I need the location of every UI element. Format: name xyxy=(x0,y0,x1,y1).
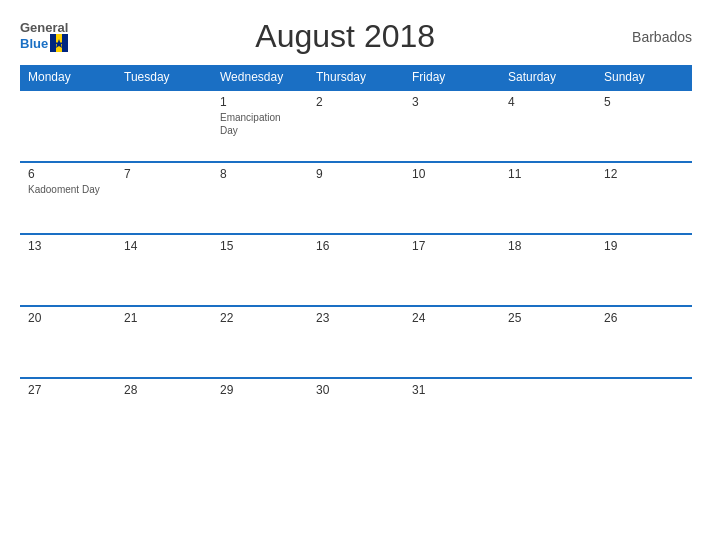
table-row xyxy=(596,378,692,450)
page-header: General Blue August 2018 Barbados xyxy=(20,18,692,55)
day-number: 2 xyxy=(316,95,396,109)
table-row: 13 xyxy=(20,234,116,306)
table-row: 29 xyxy=(212,378,308,450)
table-row: 1Emancipation Day xyxy=(212,90,308,162)
holiday-label: Kadooment Day xyxy=(28,183,108,196)
header-sunday: Sunday xyxy=(596,65,692,90)
day-number: 29 xyxy=(220,383,300,397)
table-row: 28 xyxy=(116,378,212,450)
table-row: 20 xyxy=(20,306,116,378)
day-number: 8 xyxy=(220,167,300,181)
day-number: 27 xyxy=(28,383,108,397)
day-number: 30 xyxy=(316,383,396,397)
country-label: Barbados xyxy=(622,29,692,45)
page-title: August 2018 xyxy=(68,18,622,55)
calendar-table: Monday Tuesday Wednesday Thursday Friday… xyxy=(20,65,692,450)
table-row: 10 xyxy=(404,162,500,234)
day-number: 28 xyxy=(124,383,204,397)
weekday-header-row: Monday Tuesday Wednesday Thursday Friday… xyxy=(20,65,692,90)
header-thursday: Thursday xyxy=(308,65,404,90)
logo: General Blue xyxy=(20,21,68,52)
day-number: 3 xyxy=(412,95,492,109)
table-row xyxy=(500,378,596,450)
table-row: 8 xyxy=(212,162,308,234)
table-row: 26 xyxy=(596,306,692,378)
day-number: 12 xyxy=(604,167,684,181)
day-number: 23 xyxy=(316,311,396,325)
table-row: 16 xyxy=(308,234,404,306)
day-number: 10 xyxy=(412,167,492,181)
holiday-label: Emancipation Day xyxy=(220,111,300,137)
day-number: 5 xyxy=(604,95,684,109)
table-row: 23 xyxy=(308,306,404,378)
day-number: 19 xyxy=(604,239,684,253)
day-number: 4 xyxy=(508,95,588,109)
day-number: 26 xyxy=(604,311,684,325)
header-friday: Friday xyxy=(404,65,500,90)
table-row: 22 xyxy=(212,306,308,378)
table-row: 24 xyxy=(404,306,500,378)
table-row: 27 xyxy=(20,378,116,450)
table-row: 25 xyxy=(500,306,596,378)
table-row: 17 xyxy=(404,234,500,306)
day-number: 6 xyxy=(28,167,108,181)
day-number: 21 xyxy=(124,311,204,325)
calendar-week-row: 6Kadooment Day789101112 xyxy=(20,162,692,234)
calendar-week-row: 13141516171819 xyxy=(20,234,692,306)
table-row: 9 xyxy=(308,162,404,234)
day-number: 15 xyxy=(220,239,300,253)
day-number: 9 xyxy=(316,167,396,181)
header-tuesday: Tuesday xyxy=(116,65,212,90)
table-row: 21 xyxy=(116,306,212,378)
calendar-week-row: 2728293031 xyxy=(20,378,692,450)
calendar-week-row: 20212223242526 xyxy=(20,306,692,378)
table-row: 4 xyxy=(500,90,596,162)
table-row: 5 xyxy=(596,90,692,162)
day-number: 1 xyxy=(220,95,300,109)
day-number: 22 xyxy=(220,311,300,325)
logo-flag-icon xyxy=(50,34,68,52)
table-row: 19 xyxy=(596,234,692,306)
day-number: 24 xyxy=(412,311,492,325)
day-number: 14 xyxy=(124,239,204,253)
header-saturday: Saturday xyxy=(500,65,596,90)
day-number: 16 xyxy=(316,239,396,253)
table-row: 14 xyxy=(116,234,212,306)
table-row: 11 xyxy=(500,162,596,234)
day-number: 20 xyxy=(28,311,108,325)
table-row: 12 xyxy=(596,162,692,234)
day-number: 11 xyxy=(508,167,588,181)
logo-general-text: General xyxy=(20,21,68,34)
header-wednesday: Wednesday xyxy=(212,65,308,90)
table-row: 31 xyxy=(404,378,500,450)
day-number: 17 xyxy=(412,239,492,253)
logo-blue-text: Blue xyxy=(20,37,48,50)
day-number: 25 xyxy=(508,311,588,325)
calendar-page: General Blue August 2018 Barbados Monday… xyxy=(0,0,712,550)
header-monday: Monday xyxy=(20,65,116,90)
day-number: 18 xyxy=(508,239,588,253)
table-row: 30 xyxy=(308,378,404,450)
table-row: 18 xyxy=(500,234,596,306)
table-row: 6Kadooment Day xyxy=(20,162,116,234)
table-row: 15 xyxy=(212,234,308,306)
calendar-week-row: 1Emancipation Day2345 xyxy=(20,90,692,162)
day-number: 7 xyxy=(124,167,204,181)
day-number: 13 xyxy=(28,239,108,253)
table-row: 2 xyxy=(308,90,404,162)
table-row xyxy=(116,90,212,162)
table-row xyxy=(20,90,116,162)
table-row: 7 xyxy=(116,162,212,234)
table-row: 3 xyxy=(404,90,500,162)
day-number: 31 xyxy=(412,383,492,397)
